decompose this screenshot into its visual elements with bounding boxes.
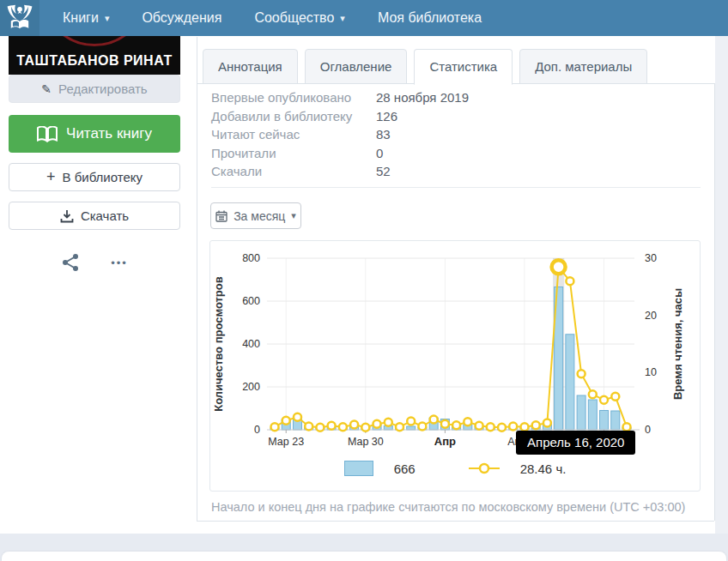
pencil-icon: ✎ [41, 82, 52, 96]
svg-text:Апр: Апр [434, 435, 456, 448]
statistics-chart[interactable]: 02004006008000102030Мар 23Мар 30АпрАпр 1… [209, 240, 701, 492]
download-button-label: Скачать [81, 208, 129, 223]
menu-item-discussions[interactable]: Обсуждения [125, 0, 238, 36]
calendar-icon [215, 210, 228, 222]
plus-icon: + [46, 168, 56, 186]
stat-label: Скачали [211, 164, 376, 178]
stat-label: Читают сейчас [211, 127, 376, 142]
stat-value: 126 [376, 109, 397, 124]
site-logo[interactable] [0, 0, 39, 36]
stat-label: Прочитали [211, 146, 376, 160]
svg-text:Количество просмотров: Количество просмотров [212, 276, 225, 411]
svg-text:800: 800 [242, 252, 260, 264]
period-dropdown-label: За месяц [234, 209, 285, 223]
menu-item-my-library[interactable]: Моя библиотека [361, 0, 498, 36]
svg-text:Мар 30: Мар 30 [348, 436, 384, 448]
stat-value: 83 [376, 127, 391, 142]
hours-legend-value: 28.46 ч. [520, 461, 567, 476]
open-book-icon [37, 126, 58, 142]
add-to-library-button[interactable]: + В библиотеку [9, 163, 180, 191]
tab-statistics[interactable]: Статистика [414, 49, 513, 85]
views-legend-swatch [344, 461, 373, 476]
menu-label: Моя библиотека [378, 10, 482, 26]
panel-border [197, 521, 714, 522]
chart-tooltip: Апрель 16, 2020 [516, 431, 635, 455]
share-icon[interactable] [61, 252, 80, 273]
menu-item-community[interactable]: Сообщество ▾ [238, 0, 361, 36]
stat-value: 0 [376, 146, 383, 160]
eagle-book-logo-icon [5, 3, 34, 33]
svg-text:Мар 23: Мар 23 [268, 436, 304, 448]
chevron-down-icon: ▾ [340, 13, 345, 24]
stat-value: 28 ноября 2019 [376, 90, 469, 105]
top-navbar: Книги ▾ Обсуждения Сообщество ▾ Моя библ… [0, 0, 728, 36]
stat-row-added-to-library: Добавили в библиотеку 126 [211, 107, 469, 126]
page-background-strip [715, 36, 728, 534]
edit-button-label: Редактировать [58, 81, 148, 96]
menu-label: Обсуждения [142, 10, 221, 26]
book-cover[interactable]: ТАШТАБАНОВ РИНАТ [9, 36, 180, 75]
svg-text:20: 20 [645, 310, 657, 322]
svg-text:600: 600 [242, 295, 260, 307]
svg-text:30: 30 [645, 252, 657, 264]
svg-text:Время чтения, часы: Время чтения, часы [671, 288, 684, 400]
panel-border [714, 83, 715, 521]
footer-section [2, 552, 726, 561]
svg-text:400: 400 [242, 338, 260, 350]
svg-text:0: 0 [254, 424, 260, 436]
svg-text:0: 0 [645, 424, 651, 436]
timezone-footnote: Начало и конец дня на графике считаются … [211, 500, 709, 514]
share-row: ••• [9, 252, 180, 273]
download-icon [60, 209, 74, 223]
main-menu: Книги ▾ Обсуждения Сообщество ▾ Моя библ… [46, 0, 498, 36]
tab-extra-materials[interactable]: Доп. материалы [519, 49, 647, 84]
menu-item-books[interactable]: Книги ▾ [46, 0, 125, 36]
stat-label: Добавили в библиотеку [211, 109, 376, 124]
menu-label: Книги [63, 10, 99, 26]
read-book-button[interactable]: Читать книгу [9, 115, 180, 153]
panel-border [197, 37, 197, 521]
chevron-down-icon: ▾ [105, 13, 110, 24]
chart-canvas: 02004006008000102030Мар 23Мар 30АпрАпр 1… [210, 241, 700, 492]
section-divider [211, 187, 701, 188]
chart-legend: 666 28.46 ч. [210, 461, 700, 476]
read-button-label: Читать книгу [66, 125, 152, 142]
stat-row-published: Впервые опубликовано 28 ноября 2019 [211, 88, 469, 107]
stat-row-finished: Прочитали 0 [211, 144, 469, 163]
svg-text:200: 200 [242, 381, 260, 393]
tab-contents[interactable]: Оглавление [305, 49, 408, 84]
views-legend-value: 666 [394, 461, 416, 476]
cover-emblem-arc [41, 36, 148, 46]
book-stats: Впервые опубликовано 28 ноября 2019 Доба… [211, 88, 469, 181]
cover-author-name: ТАШТАБАНОВ РИНАТ [9, 53, 180, 69]
library-button-label: В библиотеку [63, 170, 143, 184]
stat-row-reading-now: Читают сейчас 83 [211, 125, 469, 144]
tab-bar: Аннотация Оглавление Статистика Доп. мат… [203, 49, 647, 85]
chevron-down-icon: ▾ [291, 210, 296, 221]
download-button[interactable]: Скачать [9, 202, 180, 230]
stat-row-downloaded: Скачали 52 [211, 162, 469, 181]
period-dropdown[interactable]: За месяц ▾ [210, 202, 301, 229]
stat-value: 52 [376, 164, 391, 178]
svg-text:10: 10 [645, 366, 657, 378]
more-options-icon[interactable]: ••• [111, 256, 128, 269]
menu-label: Сообщество [254, 10, 334, 26]
stat-label: Впервые опубликовано [211, 90, 376, 105]
edit-button[interactable]: ✎ Редактировать [9, 75, 180, 103]
hours-legend-marker-icon [469, 462, 500, 474]
tab-annotation[interactable]: Аннотация [203, 49, 298, 84]
